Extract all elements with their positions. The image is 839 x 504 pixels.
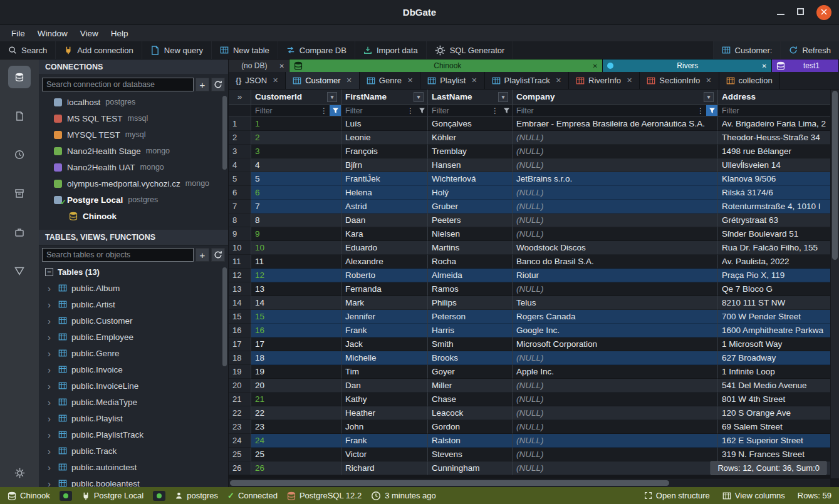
- grid-cell[interactable]: Av. Brigadeiro Faria Lima, 2: [718, 117, 839, 131]
- status-item-postgresql-12-2[interactable]: PostgreSQL 12.2: [287, 491, 362, 501]
- toolbar-compare-db-button[interactable]: Compare DB: [278, 41, 355, 59]
- grid-cell[interactable]: Embraer - Empresa Brasileira de Aeronáut…: [513, 117, 718, 131]
- db-tab-rivers[interactable]: Rivers✕: [603, 59, 772, 72]
- grid-cell[interactable]: (NULL): [513, 448, 718, 461]
- grid-cell[interactable]: 162 E Superior Street: [718, 434, 839, 448]
- grid-cell[interactable]: 25: [251, 448, 341, 461]
- rail-history-button[interactable]: [8, 143, 31, 166]
- close-icon[interactable]: ✕: [627, 76, 632, 85]
- grid-cell[interactable]: Gordon: [428, 420, 513, 434]
- grid-cell[interactable]: Ramos: [428, 282, 513, 296]
- status-item-connected[interactable]: ✓Connected: [227, 491, 278, 501]
- grid-cell[interactable]: 16: [251, 324, 341, 337]
- filter-input-company[interactable]: [513, 106, 695, 115]
- toolbar-search-button[interactable]: Search: [0, 41, 56, 59]
- grid-cell[interactable]: Alexandre: [341, 255, 428, 269]
- close-icon[interactable]: ✕: [471, 76, 477, 85]
- rail-settings-button[interactable]: [0, 468, 39, 478]
- grid-cell[interactable]: 801 W 4th Street: [718, 393, 839, 406]
- filter-input-lastname[interactable]: [428, 106, 489, 115]
- grid-cell[interactable]: Astrid: [341, 200, 428, 213]
- funnel-icon[interactable]: [330, 105, 341, 116]
- filter-input-address[interactable]: [718, 106, 838, 115]
- grid-cell[interactable]: 120 S Orange Ave: [718, 406, 839, 420]
- maximize-button[interactable]: [797, 8, 804, 17]
- grid-cell[interactable]: Peterson: [428, 310, 513, 324]
- dots-menu-icon[interactable]: ⋮: [695, 105, 706, 116]
- grid-cell[interactable]: Rua Dr. Falcão Filho, 155: [718, 241, 839, 255]
- column-header-firstname[interactable]: FirstName▾: [341, 90, 428, 105]
- table-item[interactable]: ›public.Album: [39, 280, 228, 296]
- table-item[interactable]: ›public.InvoiceLine: [39, 378, 228, 394]
- minimize-button[interactable]: [777, 8, 784, 17]
- table-item[interactable]: ›public.Genre: [39, 345, 228, 361]
- row-number[interactable]: 26: [229, 461, 251, 475]
- grid-cell[interactable]: (NULL): [513, 420, 718, 434]
- column-header-company[interactable]: Company▾: [513, 90, 718, 105]
- grid-cell[interactable]: Jennifer: [341, 310, 428, 324]
- chevron-down-icon[interactable]: ▾: [327, 92, 337, 102]
- chevron-down-icon[interactable]: ▾: [704, 92, 714, 102]
- close-icon[interactable]: ✕: [762, 63, 767, 69]
- file-tab-json[interactable]: {}JSON✕: [229, 72, 286, 89]
- grid-cell[interactable]: Rocha: [428, 255, 513, 269]
- grid-cell[interactable]: Praça Pio X, 119: [718, 269, 839, 282]
- grid-horizontal-scrollbar[interactable]: [229, 478, 830, 487]
- row-number[interactable]: 14: [229, 296, 251, 310]
- grid-cell[interactable]: Riotur: [513, 269, 718, 282]
- grid-cell[interactable]: Qe 7 Bloco G: [718, 282, 839, 296]
- grid-cell[interactable]: Tremblay: [428, 145, 513, 158]
- grid-cell[interactable]: 12: [251, 269, 341, 282]
- grid-cell[interactable]: Smith: [428, 337, 513, 351]
- status-item-postgres[interactable]: postgres: [175, 491, 218, 501]
- row-number[interactable]: 24: [229, 434, 251, 448]
- grid-cell[interactable]: 23: [251, 420, 341, 434]
- grid-cell[interactable]: Gruber: [428, 200, 513, 213]
- refresh-connections-button[interactable]: [211, 78, 225, 91]
- grid-cell[interactable]: 1: [251, 117, 341, 131]
- connection-item[interactable]: Nano2Health Stagemongo: [39, 143, 228, 159]
- grid-cell[interactable]: Helena: [341, 186, 428, 200]
- grid-cell[interactable]: Dan: [341, 379, 428, 393]
- filter-input-firstname[interactable]: [341, 106, 405, 115]
- row-number[interactable]: 11: [229, 255, 251, 269]
- grid-cell[interactable]: Cunningham: [428, 461, 513, 475]
- grid-cell[interactable]: Philips: [428, 296, 513, 310]
- connection-item[interactable]: Chinook: [39, 208, 228, 224]
- row-number[interactable]: 20: [229, 379, 251, 393]
- grid-cell[interactable]: Stevens: [428, 448, 513, 461]
- connection-item[interactable]: localhostpostgres: [39, 94, 228, 110]
- grid-cell[interactable]: Luís: [341, 117, 428, 131]
- grid-cell[interactable]: Fernanda: [341, 282, 428, 296]
- grid-cell[interactable]: John: [341, 420, 428, 434]
- grid-cell[interactable]: Martins: [428, 241, 513, 255]
- grid-cell[interactable]: 17: [251, 337, 341, 351]
- rail-archive-button[interactable]: [8, 182, 31, 205]
- grid-cell[interactable]: François: [341, 145, 428, 158]
- column-header-lastname[interactable]: LastName▾: [428, 90, 513, 105]
- grid-cell[interactable]: 11: [251, 255, 341, 269]
- grid-cell[interactable]: Ralston: [428, 434, 513, 448]
- grid-cell[interactable]: Leonie: [341, 131, 428, 145]
- connection-item[interactable]: MS SQL TESTmssql: [39, 110, 228, 126]
- grid-cell[interactable]: Almeida: [428, 269, 513, 282]
- grid-cell[interactable]: (NULL): [513, 227, 718, 241]
- grid-cell[interactable]: 69 Salem Street: [718, 420, 839, 434]
- connection-item[interactable]: ✓Postgre Localpostgres: [39, 192, 228, 208]
- connection-item[interactable]: Nano2Health UATmongo: [39, 159, 228, 175]
- db-tab-chinook[interactable]: Chinook✕: [289, 59, 603, 72]
- grid-cell[interactable]: Theodor-Heuss-Straße 34: [718, 131, 839, 145]
- grid-cell[interactable]: Nielsen: [428, 227, 513, 241]
- grid-cell[interactable]: Mark: [341, 296, 428, 310]
- row-number[interactable]: 25: [229, 448, 251, 461]
- row-number[interactable]: 22: [229, 406, 251, 420]
- tables-group-row[interactable]: − Tables (13): [39, 264, 228, 280]
- grid-cell[interactable]: (NULL): [513, 186, 718, 200]
- close-icon[interactable]: ✕: [706, 76, 711, 85]
- chevron-down-icon[interactable]: ▾: [414, 92, 424, 102]
- funnel-icon[interactable]: [501, 105, 512, 116]
- grid-cell[interactable]: (NULL): [513, 213, 718, 227]
- file-tab-riverinfo[interactable]: RiverInfo✕: [569, 72, 640, 89]
- grid-cell[interactable]: Miller: [428, 379, 513, 393]
- row-number[interactable]: 12: [229, 269, 251, 282]
